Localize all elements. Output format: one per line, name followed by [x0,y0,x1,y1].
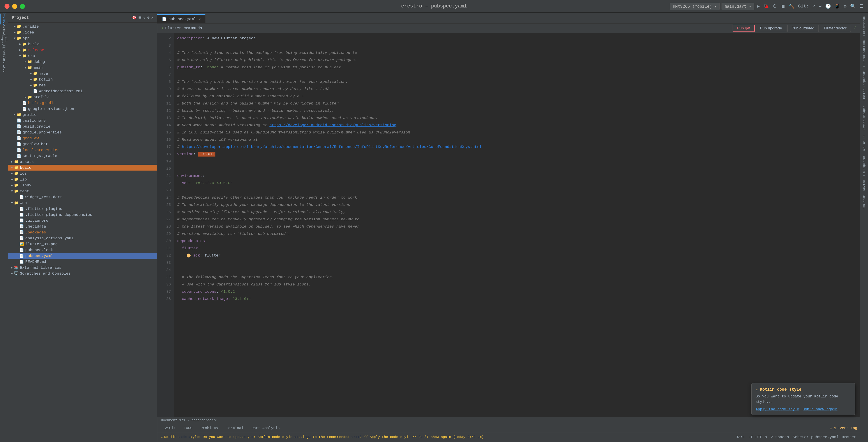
tree-item-kotlin[interactable]: ▶ 📁 kotlin [8,77,157,82]
build-icon[interactable]: 🔨 [788,3,796,9]
git-branch[interactable]: master [842,435,856,439]
indent-info[interactable]: 2 spaces [771,435,789,439]
pub-upgrade-button[interactable]: Pub upgrade [756,25,786,32]
tree-item-metadata[interactable]: 📄 .metadata [8,224,157,229]
phone-icon[interactable]: 📱 [834,3,841,9]
tree-item-buildgradle-root[interactable]: 📄 build.gradle [8,123,157,129]
run-icon[interactable]: ▶ [756,3,761,9]
tree-item-settings-gradle[interactable]: 📄 settings.gradle [8,153,157,159]
maximize-button[interactable] [20,4,25,9]
sidebar-tab-project[interactable]: Project [0,13,8,24]
tree-item-packages[interactable]: 📄 .packages [8,229,157,235]
editor-tab-bar: 📄 pubspec.yaml ✕ [157,13,860,24]
collapse-icon[interactable]: ☰ [138,16,142,20]
tree-item-scratches[interactable]: ▶ 🖥️ Scratches and Consoles [8,270,157,276]
undo-icon[interactable]: ↩ [818,3,823,9]
flutter-doctor-button[interactable]: Flutter doctor [819,25,851,32]
tree-item-gradle-properties[interactable]: 📄 gradle.properties [8,129,157,135]
event-log-button[interactable]: ⚠ 1 Event Log [830,426,857,431]
tree-item-release[interactable]: ▶ 📁 release [8,47,157,53]
tree-item-pubspec-yaml[interactable]: 📄 pubspec.yaml [8,253,157,259]
right-tab-emulator[interactable]: Emulator [862,194,866,211]
tree-item-gitignore[interactable]: 📄 .gitignore [8,118,157,123]
tree-item-buildgradle-app[interactable]: 📄 build.gradle [8,100,157,106]
status-warning[interactable]: ⚠ Kotlin code style: Do you want to upda… [161,435,484,440]
tab-close-icon[interactable]: ✕ [199,17,200,21]
pub-outdated-button[interactable]: Pub outdated [787,25,819,32]
tree-item-analysis-options[interactable]: 📄 analysis_options.yaml [8,235,157,241]
settings-icon[interactable]: ⚙ [843,3,847,9]
close-panel-icon[interactable]: ✕ [151,16,153,20]
tree-item-res[interactable]: ▶ 📁 res [8,82,157,88]
run-config-selector[interactable]: main.dart ▾ [721,3,754,10]
checkmark-icon[interactable]: ✓ [812,3,816,9]
tree-item-androidmanifest[interactable]: 📄 AndroidManifest.xml [8,88,157,94]
bottom-tab-git[interactable]: ⎇ Git [160,425,179,431]
tree-item-java[interactable]: ▶ 📁 java [8,70,157,77]
bottom-tab-todo[interactable]: TODO [180,425,196,431]
debug-icon[interactable]: 🐞 [763,3,770,9]
tree-item-external-libraries[interactable]: ▶ 📚 External Libraries [8,265,157,270]
code-line-6: publish_to: 'none' # Remove this line if… [177,64,856,71]
sort-icon[interactable]: ⇅ [143,16,146,20]
tree-item-test[interactable]: ▼ 📁 test [8,188,157,194]
dont-show-again-link[interactable]: Don't show again [803,407,837,411]
tree-item-profile[interactable]: ▶ 📁 profile [8,94,157,100]
sidebar-tab-commit[interactable]: Commit [0,25,8,36]
tree-item-gradlew[interactable]: 📄 gradlew [8,135,157,141]
tree-item-ios[interactable]: ▶ 📁 ios [8,171,157,176]
sidebar-toggle-icon[interactable]: ☰ [859,3,864,9]
device-selector[interactable]: RMX3265 (mobile) ▾ [670,3,719,10]
gear-icon[interactable]: ⚙ [147,16,150,20]
close-button[interactable] [4,4,9,9]
tree-item-debug[interactable]: ▶ 📁 debug [8,59,157,65]
tree-item-assets[interactable]: ▶ 📁 assets [8,159,157,165]
tree-item-flutter-png[interactable]: 🖼️ flutter_01.png [8,241,157,247]
right-tab-flutter-outline[interactable]: Flutter Outline [862,38,866,68]
bottom-tab-problems[interactable]: Problems [197,425,221,431]
profile-icon[interactable]: ⏱ [772,3,778,9]
tree-item-google-services[interactable]: 📄 google-services.json [8,106,157,112]
editor-tab-pubspec[interactable]: 📄 pubspec.yaml ✕ [157,14,206,23]
tree-item-widget-test[interactable]: 📄 widget_test.dart [8,194,157,200]
tree-item-linux[interactable]: ▶ 📁 linux [8,182,157,188]
apply-code-style-link[interactable]: Apply the code style [756,407,799,411]
tree-item-build-root[interactable]: ▼ 📁 build [8,165,157,171]
schema-info[interactable]: Schema: pubspec.yaml [793,435,839,439]
tree-item-src[interactable]: ▼ 📁 src [8,53,157,59]
right-tab-adb-wifi[interactable]: ADB Wi-Fi [862,133,866,153]
tree-item-gradlew-bat[interactable]: 📄 gradlew.bat [8,141,157,147]
tree-item-web[interactable]: ▼ 📁 web [8,200,157,206]
locate-icon[interactable]: 🎯 [132,16,136,20]
tree-item-gradle-dir[interactable]: ▶ 📁 gradle [8,112,157,118]
git-icon[interactable]: Git: [797,3,810,9]
right-tab-flutter-inspector[interactable]: Flutter Inspector [862,69,866,103]
tree-item-gitignore2[interactable]: 📄 .gitignore [8,217,157,224]
tree-item-readme[interactable]: 📄 README.md [8,259,157,265]
tree-item-build[interactable]: ▶ 📁 build [8,41,157,47]
minimize-button[interactable] [12,4,17,9]
stop-icon[interactable]: ⏹ [780,3,786,9]
tree-item-local-properties[interactable]: 📄 local.properties [8,147,157,153]
sidebar-tab-favorites[interactable]: Favorites [0,59,8,70]
right-tab-device-file[interactable]: Device File Explorer [862,154,866,193]
tree-item-idea[interactable]: ▶ 📁 .idea [8,29,157,35]
tree-item-flutter-plugins[interactable]: 📄 .flutter-plugins [8,206,157,212]
tree-item-main[interactable]: ▼ 📁 main [8,65,157,70]
tree-item-app[interactable]: ▼ 📁 app [8,35,157,41]
right-tab-device-manager[interactable]: Device Manager [862,104,866,132]
tree-item-gradle[interactable]: ▶ 📁 .gradle [8,24,157,29]
tree-item-flutter-plugins-deps[interactable]: 📄 .flutter-plugins-dependencies [8,212,157,217]
cursor-position[interactable]: 33:1 [736,435,745,439]
scratches-label: Scratches and Consoles [20,271,70,276]
line-endings[interactable]: LF UTF-8 [748,435,767,439]
right-tab-performance[interactable]: Performance [862,14,866,37]
bottom-tab-terminal[interactable]: Terminal [222,425,247,431]
tree-item-lib[interactable]: ▶ 📁 lib [8,176,157,182]
tree-item-pubspec-lock[interactable]: 📄 pubspec.lock [8,247,157,253]
pub-get-button[interactable]: Pub get [733,25,755,32]
bottom-tab-dart[interactable]: Dart Analysis [248,425,283,431]
history-icon[interactable]: 🕐 [825,3,832,9]
search-icon[interactable]: 🔍 [849,3,857,9]
code-line-18: version: 1.0.0+1 [177,151,856,158]
